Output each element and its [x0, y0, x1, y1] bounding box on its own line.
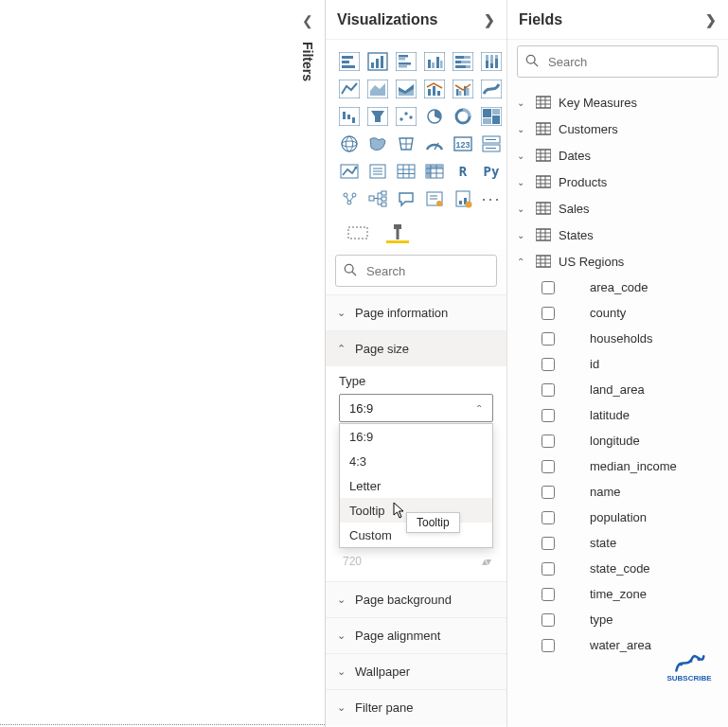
field-row[interactable]: state	[509, 530, 726, 556]
table-visual-icon[interactable]	[394, 159, 418, 184]
field-row[interactable]: state_code	[509, 556, 726, 581]
table-row[interactable]: ⌃US Regions	[509, 248, 726, 275]
field-checkbox[interactable]	[542, 537, 555, 550]
field-row[interactable]: county	[509, 300, 726, 326]
map-icon[interactable]	[337, 132, 362, 156]
qna-visual-icon[interactable]	[394, 186, 418, 211]
svg-rect-113	[459, 201, 462, 204]
field-name: land_area	[590, 382, 645, 397]
chevron-right-icon[interactable]	[705, 12, 717, 27]
fields-tab[interactable]	[346, 222, 369, 243]
section-page-information[interactable]: ⌄ Page information	[326, 294, 506, 330]
fields-search[interactable]	[517, 45, 719, 78]
more-visuals-icon[interactable]: ···	[479, 186, 504, 211]
format-search[interactable]	[335, 255, 497, 287]
format-search-input[interactable]	[364, 263, 488, 279]
field-checkbox[interactable]	[542, 281, 555, 294]
page-size-type-select[interactable]: 16:9 ⌃	[339, 394, 493, 422]
kpi-icon[interactable]	[337, 159, 362, 184]
field-row[interactable]: name	[509, 479, 726, 505]
clustered-bar-chart-icon[interactable]	[394, 49, 418, 74]
field-checkbox[interactable]	[542, 332, 555, 346]
scatter-chart-icon[interactable]	[394, 104, 418, 129]
field-checkbox[interactable]	[542, 486, 555, 499]
stacked-column-chart-icon[interactable]	[365, 49, 390, 74]
gauge-icon[interactable]	[422, 132, 447, 156]
area-chart-icon[interactable]	[365, 77, 390, 101]
field-row[interactable]: longitude	[509, 428, 726, 453]
matrix-icon[interactable]	[422, 159, 447, 184]
svg-line-102	[346, 197, 348, 201]
svg-rect-46	[437, 91, 440, 96]
table-row[interactable]: ⌄Dates	[509, 142, 726, 168]
table-row[interactable]: ⌄States	[509, 222, 726, 248]
hundred-stacked-column-icon[interactable]	[479, 49, 504, 74]
dropdown-option[interactable]: 4:3	[340, 449, 492, 473]
format-tab[interactable]	[386, 222, 409, 243]
table-row[interactable]: ⌄Key Measures	[509, 89, 726, 115]
field-row[interactable]: population	[509, 505, 726, 530]
field-row[interactable]: area_code	[509, 275, 726, 300]
filters-pane-collapsed[interactable]: Filters	[291, 0, 325, 727]
key-influencers-icon[interactable]	[337, 186, 362, 211]
r-visual-icon[interactable]: R	[451, 159, 475, 184]
subscribe-badge[interactable]: SUBSCRIBE	[660, 651, 719, 689]
stacked-area-chart-icon[interactable]	[394, 77, 418, 101]
section-page-background[interactable]: ⌄ Page background	[326, 581, 506, 617]
field-checkbox[interactable]	[542, 383, 555, 397]
field-checkbox[interactable]	[542, 460, 555, 473]
table-row[interactable]: ⌄Sales	[509, 195, 726, 222]
field-checkbox[interactable]	[542, 613, 555, 627]
field-row[interactable]: time_zone	[509, 581, 726, 607]
field-checkbox[interactable]	[542, 588, 555, 601]
clustered-column-chart-icon[interactable]	[422, 49, 447, 74]
section-page-size[interactable]: ⌃ Page size	[326, 330, 506, 366]
dropdown-option[interactable]: Letter	[340, 473, 492, 498]
svg-point-101	[347, 201, 351, 204]
line-chart-icon[interactable]	[337, 77, 362, 101]
chevron-right-icon[interactable]	[484, 12, 495, 27]
hundred-stacked-bar-icon[interactable]	[451, 49, 475, 74]
field-row[interactable]: households	[509, 326, 726, 351]
card-icon[interactable]: 123	[451, 132, 475, 156]
svg-rect-66	[483, 109, 491, 117]
decomposition-tree-icon[interactable]	[365, 186, 390, 211]
table-row[interactable]: ⌄Products	[509, 168, 726, 195]
slicer-icon[interactable]	[365, 159, 390, 184]
treemap-chart-icon[interactable]	[479, 104, 504, 129]
line-stacked-column-icon[interactable]	[422, 77, 447, 101]
field-checkbox[interactable]	[542, 511, 555, 524]
line-clustered-column-icon[interactable]	[451, 77, 475, 101]
section-filter-pane[interactable]: ⌄ Filter pane	[326, 689, 506, 725]
shape-map-icon[interactable]	[394, 132, 418, 156]
field-row[interactable]: land_area	[509, 377, 726, 402]
field-row[interactable]: median_income	[509, 453, 726, 479]
field-checkbox[interactable]	[542, 434, 555, 448]
ribbon-chart-icon[interactable]	[479, 77, 504, 101]
donut-chart-icon[interactable]	[451, 104, 475, 129]
smart-narrative-icon[interactable]	[422, 186, 447, 211]
waterfall-chart-icon[interactable]	[337, 104, 362, 129]
field-row[interactable]: id	[509, 351, 726, 377]
funnel-chart-icon[interactable]	[365, 104, 390, 129]
filled-map-icon[interactable]	[365, 132, 390, 156]
field-checkbox[interactable]	[542, 358, 555, 371]
field-row[interactable]: latitude	[509, 402, 726, 428]
field-checkbox[interactable]	[542, 409, 555, 422]
section-wallpaper[interactable]: ⌄ Wallpaper	[326, 653, 506, 689]
pie-chart-icon[interactable]	[422, 104, 447, 129]
field-row[interactable]: type	[509, 607, 726, 632]
paginated-report-icon[interactable]	[451, 186, 475, 211]
table-row[interactable]: ⌄Customers	[509, 115, 726, 142]
table-name: Products	[559, 175, 607, 189]
dropdown-option[interactable]: 16:9	[340, 424, 492, 449]
section-page-alignment[interactable]: ⌄ Page alignment	[326, 617, 506, 653]
field-checkbox[interactable]	[542, 307, 555, 320]
python-visual-icon[interactable]: Py	[479, 159, 504, 184]
svg-rect-36	[495, 55, 498, 59]
stacked-bar-chart-icon[interactable]	[337, 49, 362, 74]
fields-search-input[interactable]	[546, 54, 710, 70]
field-checkbox[interactable]	[542, 562, 555, 576]
field-checkbox[interactable]	[542, 639, 555, 652]
multi-row-card-icon[interactable]	[479, 132, 504, 156]
